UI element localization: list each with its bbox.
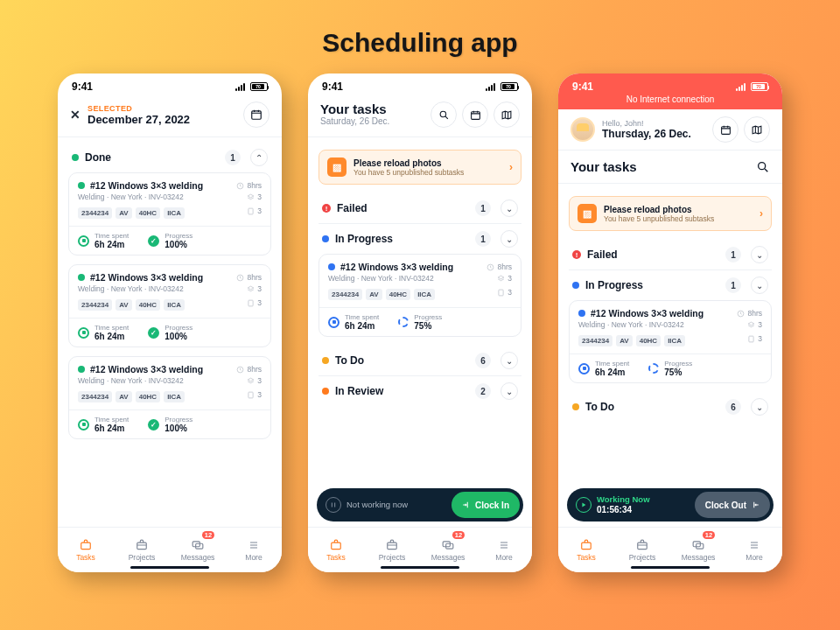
layers-icon — [247, 193, 255, 201]
chevron-right-icon: › — [760, 207, 763, 220]
screen-subtitle: Saturday, 26 Dec. — [320, 116, 425, 126]
close-icon[interactable]: ✕ — [70, 108, 80, 122]
svg-rect-4 — [248, 300, 253, 306]
nav-tasks[interactable]: Tasks — [308, 528, 364, 572]
screen-tasks-main: 9:41 70 Your tasks Saturday, 26 Dec. ▨ P… — [308, 74, 532, 572]
signal-icon — [235, 83, 247, 91]
tags: 2344234AV 40HCIICA — [78, 207, 185, 219]
section-done[interactable]: Done 1 ⌃ — [68, 143, 271, 172]
screen-calendar-day: 9:41 70 ✕ SELECTED December 27, 2022 Don… — [58, 74, 282, 572]
broken-image-icon: ▨ — [327, 158, 346, 177]
nav-more[interactable]: More — [226, 528, 282, 572]
svg-rect-7 — [81, 542, 91, 550]
svg-rect-0 — [252, 111, 262, 119]
your-tasks-title: Your tasks — [570, 159, 637, 174]
greeting: Hello, John! — [602, 119, 705, 128]
status-bar: 9:41 70 — [308, 74, 532, 94]
section-todo[interactable]: To Do6⌄ — [569, 392, 772, 422]
task-card[interactable]: #12 Windows 3×3 welding 8hrs Welding · N… — [68, 172, 271, 256]
clock-out-button[interactable]: Clock Out — [695, 492, 770, 518]
map-icon — [500, 109, 513, 121]
page-title: Scheduling app — [0, 0, 840, 74]
messages-badge: 12 — [202, 531, 214, 539]
count-badge: 1 — [225, 150, 241, 165]
svg-rect-8 — [137, 542, 147, 550]
no-internet-banner: No Internet connection — [558, 94, 782, 109]
timer-icon — [328, 317, 340, 328]
calendar-button[interactable] — [243, 102, 270, 128]
arrow-in-icon — [462, 500, 471, 509]
avatar[interactable] — [570, 117, 595, 142]
chevron-down-icon[interactable]: ⌄ — [500, 352, 518, 369]
task-card[interactable]: #12 Windows 3×3 welding8hrs Welding · Ne… — [318, 254, 522, 337]
svg-rect-6 — [248, 392, 253, 398]
selected-date: December 27, 2022 — [88, 113, 236, 126]
clock-bar: Not working now Clock In — [317, 488, 523, 522]
selected-label: SELECTED — [88, 104, 236, 113]
task-card[interactable]: #12 Windows 3×3 welding8hrs Welding · Ne… — [68, 356, 271, 439]
broken-image-icon: ▨ — [578, 204, 597, 223]
pause-icon — [326, 497, 341, 513]
svg-rect-15 — [332, 542, 341, 550]
today-date: Thursday, 26 Dec. — [602, 128, 705, 140]
check-circle-icon: ✓ — [148, 235, 159, 247]
chevron-down-icon[interactable]: ⌄ — [500, 382, 518, 400]
task-card[interactable]: #12 Windows 3×3 welding8hrs Welding · Ne… — [68, 264, 271, 347]
search-button[interactable] — [430, 102, 457, 128]
section-inprogress[interactable]: In Progress1⌄ — [318, 224, 522, 254]
nav-more[interactable]: More — [726, 528, 782, 572]
screen-title: Your tasks — [320, 102, 425, 116]
calendar-icon — [250, 108, 262, 121]
svg-rect-12 — [471, 111, 480, 119]
reload-notice[interactable]: ▨ Please reload photosYou have 5 unpubli… — [569, 196, 772, 231]
svg-rect-2 — [248, 208, 253, 214]
section-failed[interactable]: !Failed1⌄ — [318, 193, 522, 223]
home-indicator — [130, 566, 209, 570]
svg-rect-14 — [499, 290, 503, 296]
svg-rect-23 — [582, 542, 592, 550]
chevron-up-icon[interactable]: ⌃ — [250, 149, 268, 166]
play-icon — [576, 497, 592, 513]
calendar-button[interactable] — [462, 102, 488, 128]
chevron-down-icon[interactable]: ⌄ — [500, 230, 518, 248]
dot-green-icon — [72, 154, 79, 161]
projects-icon — [134, 539, 150, 551]
search-icon — [438, 109, 450, 121]
status-time: 9:41 — [72, 80, 93, 93]
file-icon — [247, 207, 255, 215]
clock-in-button[interactable]: Clock In — [452, 492, 520, 518]
tasks-icon — [78, 539, 94, 551]
svg-rect-19 — [721, 126, 730, 134]
map-button[interactable] — [494, 102, 520, 128]
alert-icon: ! — [322, 204, 331, 213]
screen-offline: 9:41 70 No Internet connection Hello, Jo… — [558, 74, 782, 572]
menu-icon — [246, 539, 262, 551]
messages-icon — [190, 539, 206, 551]
battery-icon: 70 — [250, 82, 268, 91]
section-todo[interactable]: To Do6⌄ — [318, 346, 522, 375]
chevron-down-icon[interactable]: ⌄ — [500, 200, 518, 217]
progress-spinner-icon — [398, 317, 409, 327]
section-inprogress[interactable]: In Progress1⌄ — [569, 270, 772, 300]
svg-rect-16 — [388, 542, 397, 550]
task-card[interactable]: #12 Windows 3×3 welding8hrs Welding · Ne… — [569, 300, 772, 383]
clock-icon — [236, 182, 244, 190]
svg-rect-24 — [638, 542, 648, 550]
section-inreview[interactable]: In Review2⌄ — [318, 376, 522, 406]
search-icon[interactable] — [756, 160, 770, 174]
map-button[interactable] — [744, 116, 770, 143]
reload-notice[interactable]: ▨ Please reload photosYou have 5 unpubli… — [318, 150, 522, 185]
calendar-button[interactable] — [712, 116, 738, 143]
clock-bar: Working Now01:56:34 Clock Out — [567, 488, 774, 522]
calendar-icon — [470, 109, 481, 121]
status-bar: 9:41 70 — [58, 74, 282, 94]
arrow-out-icon — [751, 500, 760, 509]
nav-more[interactable]: More — [476, 528, 532, 572]
chevron-right-icon: › — [509, 161, 513, 173]
svg-point-20 — [759, 162, 766, 169]
section-failed[interactable]: !Failed1⌄ — [569, 240, 772, 270]
nav-tasks[interactable]: Tasks — [558, 528, 614, 572]
timer-icon — [78, 235, 89, 247]
nav-tasks[interactable]: Tasks — [58, 528, 114, 572]
svg-rect-22 — [749, 336, 753, 342]
